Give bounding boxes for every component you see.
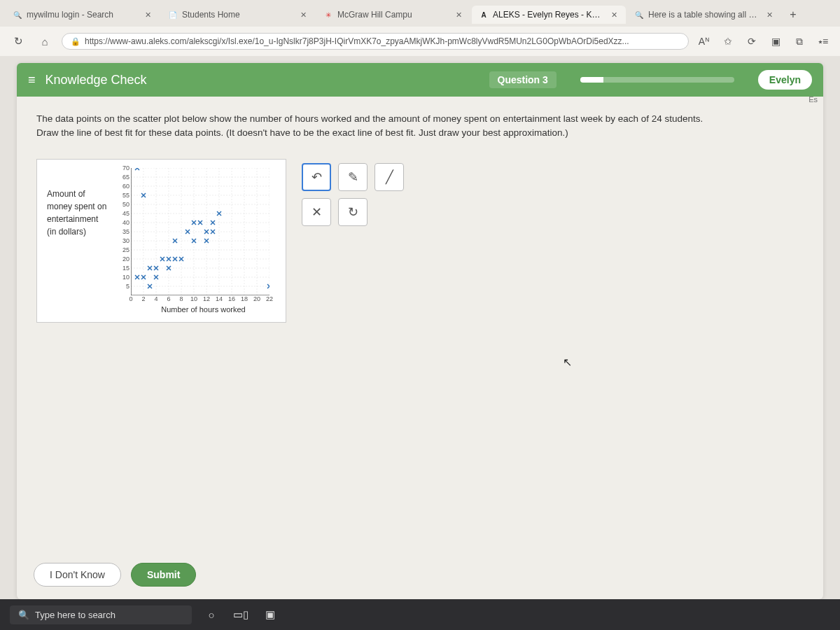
- pen-tool[interactable]: ✎: [338, 163, 368, 191]
- y-axis-label: Amount of money spent on entertainment (…: [47, 168, 124, 314]
- close-icon[interactable]: ✕: [454, 10, 463, 20]
- question-content: Es The data points on the scatter plot b…: [17, 97, 823, 553]
- tool-palette: ↶ ✎ ╱ ✕ ↻: [302, 159, 404, 226]
- new-tab-button[interactable]: +: [783, 4, 804, 25]
- plot-svg[interactable]: [131, 168, 270, 295]
- undo-icon: ↶: [312, 169, 322, 185]
- delete-tool[interactable]: ✕: [302, 198, 331, 226]
- line-tool[interactable]: ╱: [374, 163, 404, 191]
- delete-icon: ✕: [312, 204, 322, 220]
- collections-icon[interactable]: ⧉: [791, 33, 808, 50]
- progress-bar: [580, 77, 734, 83]
- cortana-icon[interactable]: ○: [202, 605, 221, 624]
- sync-icon[interactable]: ⟳: [743, 33, 760, 50]
- prompt-line-2: Draw the line of best fit for these data…: [36, 126, 804, 140]
- plot-area: 510152025303540455055606570 024681012141…: [131, 168, 276, 314]
- language-tag[interactable]: Es: [808, 95, 818, 104]
- close-icon[interactable]: ✕: [143, 10, 153, 20]
- action-buttons: I Don't Know Submit: [17, 553, 823, 599]
- tab-mywilmu[interactable]: 🔍 mywilmu login - Search ✕: [6, 6, 160, 24]
- extension-icon[interactable]: ▣: [767, 33, 784, 50]
- close-icon[interactable]: ✕: [609, 10, 619, 20]
- submit-button[interactable]: Submit: [131, 563, 196, 587]
- url-text: https://www-awu.aleks.com/alekscgi/x/Isl…: [85, 36, 629, 46]
- read-aloud-icon[interactable]: Aᴺ: [696, 33, 713, 50]
- favorites-icon[interactable]: ✩: [720, 33, 736, 50]
- tab-label: Here is a table showing all cards: [648, 10, 760, 20]
- scatter-plot[interactable]: Amount of money spent on entertainment (…: [36, 159, 286, 323]
- url-input[interactable]: 🔒 https://www-awu.aleks.com/alekscgi/x/I…: [62, 33, 689, 50]
- x-axis-label: Number of hours worked: [131, 305, 276, 314]
- page-icon: 📄: [168, 10, 178, 20]
- app-header: ≡ Knowledge Check Question 3 Evelyn: [17, 63, 823, 97]
- aleks-icon: A: [479, 10, 489, 20]
- pen-icon: ✎: [348, 169, 358, 185]
- browser-tab-strip: 🔍 mywilmu login - Search ✕ 📄 Students Ho…: [0, 0, 840, 27]
- reset-tool[interactable]: ↻: [338, 198, 368, 226]
- address-bar: ↻ ⌂ 🔒 https://www-awu.aleks.com/alekscgi…: [0, 27, 840, 56]
- taskbar-search[interactable]: 🔍 Type here to search: [10, 606, 192, 624]
- task-view-icon[interactable]: ▭▯: [231, 605, 251, 624]
- lock-icon: 🔒: [71, 37, 80, 46]
- asterisk-icon: ✳: [323, 10, 333, 20]
- line-icon: ╱: [386, 169, 393, 185]
- tab-label: mywilmu login - Search: [27, 10, 139, 20]
- menu-icon[interactable]: ≡: [28, 73, 36, 88]
- close-icon[interactable]: ✕: [764, 10, 774, 20]
- tab-mcgraw[interactable]: ✳ McGraw Hill Campu ✕: [316, 6, 470, 24]
- refresh-button[interactable]: ↻: [8, 31, 28, 51]
- close-icon[interactable]: ✕: [298, 10, 308, 20]
- add-favorite-icon[interactable]: ⭑≡: [815, 33, 832, 50]
- windows-taskbar: 🔍 Type here to search ○ ▭▯ ▣: [0, 599, 840, 630]
- search-icon: 🔍: [18, 610, 29, 620]
- toolbar-right: Aᴺ ✩ ⟳ ▣ ⧉ ⭑≡: [696, 33, 832, 50]
- aleks-app: ≡ Knowledge Check Question 3 Evelyn Es T…: [17, 63, 823, 599]
- reset-icon: ↻: [348, 204, 358, 220]
- progress-fill: [580, 77, 603, 83]
- work-area: Amount of money spent on entertainment (…: [36, 159, 804, 323]
- search-icon: 🔍: [13, 10, 22, 20]
- search-placeholder: Type here to search: [35, 610, 115, 620]
- home-button[interactable]: ⌂: [35, 31, 55, 51]
- x-ticks: 0246810121416182022: [131, 295, 276, 302]
- cursor-icon: ↖: [563, 356, 572, 369]
- tab-label: ALEKS - Evelyn Reyes - Knowled: [493, 10, 605, 20]
- page-viewport: ≡ Knowledge Check Question 3 Evelyn Es T…: [0, 56, 840, 599]
- user-badge[interactable]: Evelyn: [758, 70, 812, 90]
- page-title: Knowledge Check: [46, 73, 147, 88]
- prompt-line-1: The data points on the scatter plot belo…: [36, 112, 804, 126]
- tab-label: Students Home: [182, 10, 294, 20]
- tab-label: McGraw Hill Campu: [337, 10, 449, 20]
- undo-tool[interactable]: ↶: [302, 163, 331, 191]
- y-ticks: 510152025303540455055606570: [115, 168, 130, 295]
- question-label: Question 3: [489, 71, 556, 88]
- search-icon: 🔍: [634, 10, 644, 20]
- tab-students-home[interactable]: 📄 Students Home ✕: [161, 6, 315, 24]
- idk-button[interactable]: I Don't Know: [34, 563, 121, 587]
- tab-table-cards[interactable]: 🔍 Here is a table showing all cards ✕: [627, 6, 781, 24]
- tab-aleks[interactable]: A ALEKS - Evelyn Reyes - Knowled ✕: [472, 6, 626, 24]
- app-icon[interactable]: ▣: [260, 605, 280, 624]
